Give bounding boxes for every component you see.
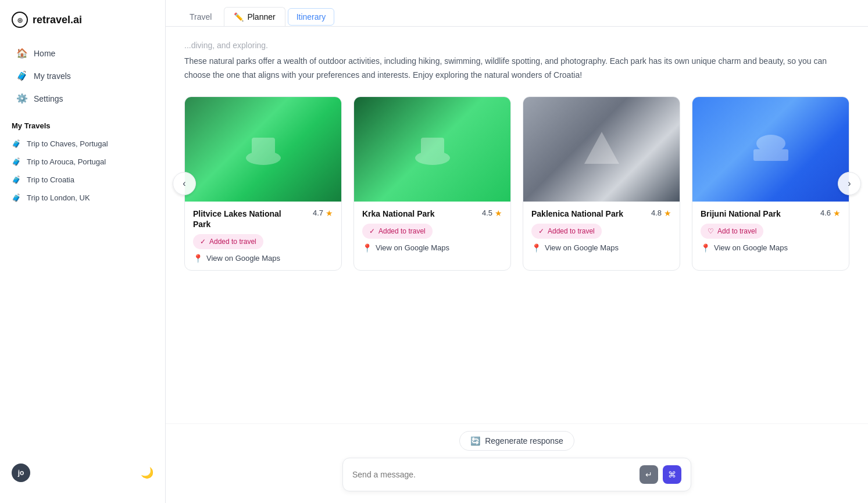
card-title-row-paklenica: Paklenica National Park 4.8 ★ (531, 209, 671, 219)
travel-label-london: Trip to London, UK (27, 193, 90, 202)
heart-icon: ♡ (708, 227, 714, 235)
carousel-prev-button[interactable]: ‹ (173, 172, 196, 195)
cards-row: Plitvice Lakes National Park 4.7 ★ ✓ Add… (184, 96, 849, 271)
command-icon: ⌘ (668, 470, 676, 479)
chat-input[interactable] (352, 470, 640, 479)
app-name: retravel.ai (33, 14, 82, 26)
maps-link-krka[interactable]: 📍 View on Google Maps (362, 243, 502, 253)
avatar[interactable]: jo (12, 464, 30, 482)
nav-home[interactable]: 🏠 Home (5, 42, 160, 64)
card-rating-brijuni: 4.6 ★ (820, 209, 841, 218)
card-image-brijuni (692, 97, 849, 202)
card-paklenica: Paklenica National Park 4.8 ★ ✓ Added to… (523, 96, 680, 271)
luggage-icon: 🧳 (16, 70, 28, 81)
content-area: ...diving, and exploring. These natural … (166, 27, 868, 423)
card-rating-krka: 4.5 ★ (482, 209, 502, 218)
nav-travels-label: My travels (34, 71, 71, 81)
travel-label-chaves: Trip to Chaves, Portugal (27, 139, 108, 148)
nav-settings[interactable]: ⚙️ Settings (5, 87, 160, 110)
main-nav: 🏠 Home 🧳 My travels ⚙️ Settings (0, 42, 165, 110)
star-icon: ★ (495, 209, 502, 218)
partial-top-text: ...diving, and exploring. (184, 41, 849, 50)
my-travels-section: My Travels 🧳 Trip to Chaves, Portugal 🧳 … (0, 110, 165, 211)
card-title-row-krka: Krka National Park 4.5 ★ (362, 209, 502, 219)
card-image-krka (354, 97, 510, 202)
travel-icon: 🧳 (12, 139, 21, 148)
chevron-left-icon: ‹ (183, 178, 185, 189)
card-title-paklenica: Paklenica National Park (531, 209, 623, 219)
travel-item-arouca[interactable]: 🧳 Trip to Arouca, Portugal (0, 153, 165, 171)
logo: ◎ retravel.ai (0, 12, 165, 42)
regenerate-button[interactable]: 🔄 Regenerate response (459, 431, 574, 451)
chat-actions: ↵ ⌘ (640, 465, 681, 484)
card-image-paklenica (523, 97, 680, 202)
bottom-bar: 🔄 Regenerate response ↵ ⌘ (166, 423, 868, 503)
maps-link-paklenica[interactable]: 📍 View on Google Maps (531, 243, 671, 253)
add-to-travel-button-brijuni[interactable]: ♡ Add to travel (701, 224, 763, 239)
maps-link-brijuni[interactable]: 📍 View on Google Maps (701, 243, 841, 253)
card-krka: Krka National Park 4.5 ★ ✓ Added to trav… (353, 96, 511, 271)
send-cmd-button[interactable]: ⌘ (663, 465, 681, 484)
card-title-row-plitvice: Plitvice Lakes National Park 4.7 ★ (193, 209, 333, 229)
card-title-krka: Krka National Park (362, 209, 435, 219)
settings-icon: ⚙️ (16, 93, 28, 104)
logo-icon: ◎ (12, 12, 28, 28)
card-body-brijuni: Brijuni National Park 4.6 ★ ♡ Add to tra… (692, 202, 849, 260)
maps-pin-icon: 📍 (193, 254, 203, 263)
card-image-plitvice (185, 97, 341, 202)
check-circle-icon: ✓ (200, 238, 206, 246)
maps-pin-icon: 📍 (531, 243, 541, 253)
card-rating-plitvice: 4.7 ★ (313, 209, 333, 218)
chevron-right-icon: › (848, 178, 851, 189)
maps-link-plitvice[interactable]: 📍 View on Google Maps (193, 254, 333, 263)
svg-rect-5 (593, 155, 610, 164)
travel-item-london[interactable]: 🧳 Trip to London, UK (0, 189, 165, 207)
card-plitvice: Plitvice Lakes National Park 4.7 ★ ✓ Add… (184, 96, 342, 271)
tab-itinerary[interactable]: Itinerary (288, 8, 335, 26)
nav-my-travels[interactable]: 🧳 My travels (5, 64, 160, 87)
card-title-row-brijuni: Brijuni National Park 4.6 ★ (701, 209, 841, 219)
travel-icon: 🧳 (12, 175, 21, 184)
added-to-travel-button-krka[interactable]: ✓ Added to travel (362, 224, 433, 239)
refresh-icon: 🔄 (470, 436, 480, 445)
dark-mode-toggle[interactable]: 🌙 (141, 466, 153, 479)
travel-item-chaves[interactable]: 🧳 Trip to Chaves, Portugal (0, 135, 165, 153)
home-icon: 🏠 (16, 48, 28, 59)
svg-rect-1 (252, 138, 275, 158)
chat-input-container: ↵ ⌘ (342, 458, 691, 491)
nav-settings-label: Settings (34, 94, 63, 103)
card-title-brijuni: Brijuni National Park (701, 209, 781, 219)
send-enter-button[interactable]: ↵ (640, 465, 658, 484)
carousel-next-button[interactable]: › (838, 172, 861, 195)
tab-travel[interactable]: Travel (180, 7, 222, 26)
check-circle-icon: ✓ (538, 227, 544, 235)
enter-icon: ↵ (645, 470, 652, 479)
svg-point-7 (756, 135, 785, 152)
travel-item-croatia[interactable]: 🧳 Trip to Croatia (0, 171, 165, 189)
star-icon: ★ (664, 209, 671, 218)
card-body-krka: Krka National Park 4.5 ★ ✓ Added to trav… (354, 202, 510, 260)
check-circle-icon: ✓ (369, 227, 375, 235)
maps-pin-icon: 📍 (362, 243, 372, 253)
maps-pin-icon: 📍 (701, 243, 710, 253)
description-text: These natural parks offer a wealth of ou… (184, 55, 849, 82)
main-content: Travel ✏️ Planner Itinerary ...diving, a… (166, 0, 868, 503)
sidebar: ◎ retravel.ai 🏠 Home 🧳 My travels ⚙️ Set… (0, 0, 166, 503)
travel-icon: 🧳 (12, 193, 21, 202)
svg-rect-3 (421, 138, 444, 158)
tab-planner[interactable]: ✏️ Planner (224, 7, 285, 26)
star-icon: ★ (326, 209, 333, 218)
travel-label-croatia: Trip to Croatia (27, 175, 74, 184)
planner-icon: ✏️ (234, 12, 244, 21)
added-to-travel-button-plitvice[interactable]: ✓ Added to travel (193, 234, 263, 249)
added-to-travel-button-paklenica[interactable]: ✓ Added to travel (531, 224, 602, 239)
card-brijuni: Brijuni National Park 4.6 ★ ♡ Add to tra… (692, 96, 849, 271)
card-body-plitvice: Plitvice Lakes National Park 4.7 ★ ✓ Add… (185, 202, 341, 270)
card-rating-paklenica: 4.8 ★ (651, 209, 671, 218)
travel-label-arouca: Trip to Arouca, Portugal (27, 157, 106, 166)
card-title-plitvice: Plitvice Lakes National Park (193, 209, 291, 229)
tabs-bar: Travel ✏️ Planner Itinerary (166, 0, 868, 27)
nav-home-label: Home (34, 49, 55, 58)
star-icon: ★ (833, 209, 841, 218)
travel-icon: 🧳 (12, 157, 21, 166)
